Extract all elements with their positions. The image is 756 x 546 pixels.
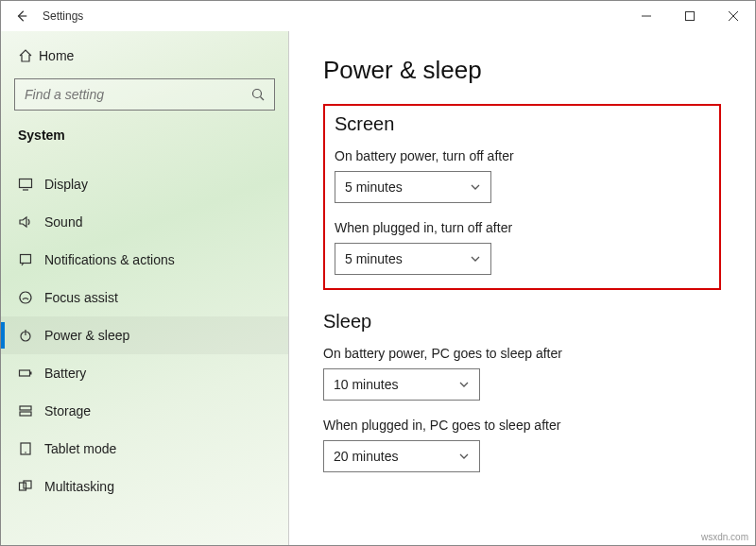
search-icon [242,87,274,102]
notifications-icon [18,252,44,267]
screen-battery-value: 5 minutes [345,179,403,195]
screen-section-title: Screen [335,113,710,135]
sidebar-item-display[interactable]: Display [1,165,288,203]
sidebar-item-label: Tablet mode [44,441,116,456]
power-icon [18,328,44,343]
minimize-icon [642,11,651,21]
svg-rect-2 [20,179,32,188]
sidebar-nav: DisplaySoundNotifications & actionsFocus… [1,165,288,505]
screen-plugged-dropdown[interactable]: 5 minutes [335,243,491,275]
sidebar-item-tablet-mode[interactable]: Tablet mode [1,430,288,468]
sidebar-item-label: Storage [44,403,91,418]
highlight-box: Screen On battery power, turn off after … [323,104,721,290]
sidebar-item-notifications-actions[interactable]: Notifications & actions [1,241,288,279]
sleep-battery-dropdown[interactable]: 10 minutes [323,368,480,401]
sidebar-item-sound[interactable]: Sound [1,203,288,241]
sleep-plugged-value: 20 minutes [334,449,398,464]
sidebar-item-label: Focus assist [44,290,118,305]
sidebar-item-label: Multitasking [44,479,114,494]
sleep-battery-label: On battery power, PC goes to sleep after [323,346,721,361]
screen-plugged-value: 5 minutes [345,251,403,266]
window-controls [625,1,755,31]
close-icon [729,11,738,21]
chevron-down-icon [470,181,481,193]
window-title: Settings [43,9,83,23]
sidebar-group-label: System [1,124,288,152]
storage-icon [18,403,44,418]
display-icon [18,177,44,192]
sidebar-item-multitasking[interactable]: Multitasking [1,468,288,505]
search-input[interactable] [15,87,242,102]
sleep-plugged-dropdown[interactable]: 20 minutes [323,440,480,472]
page-title: Power & sleep [323,56,721,85]
focus-icon [18,290,44,305]
chevron-down-icon [458,451,470,462]
screen-plugged-label: When plugged in, turn off after [335,220,710,235]
search-box[interactable] [14,78,275,111]
home-link[interactable]: Home [1,39,288,73]
home-icon [18,48,39,63]
svg-rect-6 [30,372,32,375]
home-label: Home [39,48,74,63]
screen-battery-dropdown[interactable]: 5 minutes [335,171,491,203]
svg-rect-3 [21,255,31,264]
chevron-down-icon [470,253,481,264]
sidebar: Home System DisplaySoundNotifications & … [1,31,289,545]
tablet-icon [18,441,44,456]
sidebar-item-battery[interactable]: Battery [1,354,288,392]
svg-rect-5 [20,370,30,376]
arrow-left-icon [15,9,28,23]
svg-rect-7 [20,406,31,410]
sidebar-item-label: Power & sleep [44,328,129,343]
maximize-button[interactable] [668,1,712,31]
sound-icon [18,214,44,230]
sleep-plugged-label: When plugged in, PC goes to sleep after [323,418,721,433]
multitask-icon [18,479,44,494]
chevron-down-icon [458,379,470,390]
svg-rect-11 [20,483,26,490]
main-content: Power & sleep Screen On battery power, t… [289,31,755,545]
battery-icon [18,366,44,381]
window-body: Home System DisplaySoundNotifications & … [1,31,755,545]
sidebar-item-label: Notifications & actions [44,252,175,267]
maximize-icon [685,11,695,21]
sidebar-item-label: Display [44,177,88,192]
svg-rect-12 [24,481,31,488]
svg-rect-0 [686,12,695,21]
settings-window: Settings Home System DisplaySoundNotific… [0,0,756,546]
watermark: wsxdn.com [701,532,748,542]
svg-rect-8 [20,412,31,416]
svg-point-1 [253,90,262,98]
sidebar-item-power-sleep[interactable]: Power & sleep [1,316,288,354]
sidebar-item-label: Battery [44,366,86,381]
svg-point-10 [25,452,26,453]
minimize-button[interactable] [625,1,668,31]
sidebar-item-focus-assist[interactable]: Focus assist [1,279,288,316]
screen-battery-label: On battery power, turn off after [335,148,710,163]
close-button[interactable] [712,1,755,31]
sleep-battery-value: 10 minutes [334,377,398,392]
sidebar-item-label: Sound [44,214,82,230]
back-button[interactable] [12,7,31,26]
sidebar-item-storage[interactable]: Storage [1,392,288,430]
sleep-section-title: Sleep [323,311,721,333]
